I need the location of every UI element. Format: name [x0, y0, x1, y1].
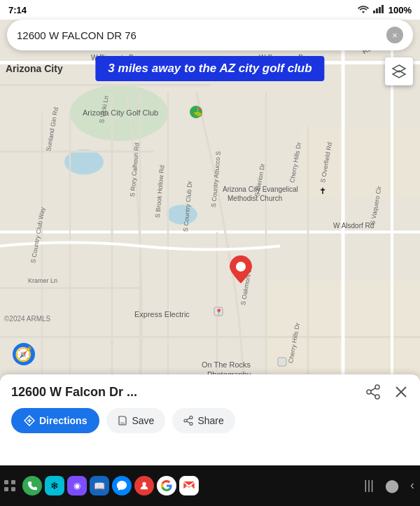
svg-rect-0: [373, 10, 375, 13]
svg-text:🧭: 🧭: [15, 346, 32, 363]
share-label: Share: [197, 415, 223, 426]
status-time: 7:14: [8, 5, 27, 15]
nav-back-icon[interactable]: ‹: [410, 478, 414, 493]
svg-text:⛳: ⛳: [192, 106, 203, 117]
svg-text:W Alsdorf Rd: W Alsdorf Rd: [333, 222, 374, 230]
svg-text:✝: ✝: [319, 186, 326, 195]
copyright: ©2024 ARMLS: [4, 315, 50, 323]
nav-menu-icon[interactable]: |||: [364, 478, 374, 493]
nav-person-icon[interactable]: [134, 476, 154, 496]
map-banner: 3 miles away to the AZ city golf club: [95, 56, 324, 81]
bottom-panel: 12600 W Falcon Dr ... Directions Save Sh…: [0, 374, 420, 465]
place-name: 12600 W Falcon Dr ...: [11, 385, 365, 400]
express-electric-marker: 📍: [214, 307, 223, 319]
church-marker: ✝: [319, 185, 329, 198]
bottom-actions: [365, 384, 409, 400]
svg-line-73: [187, 419, 190, 421]
svg-point-71: [184, 419, 187, 422]
svg-point-70: [190, 416, 192, 419]
share-button[interactable]: Share: [172, 408, 234, 433]
nav-controls: ||| ⬤ ‹: [311, 478, 420, 493]
svg-point-59: [375, 385, 379, 389]
svg-rect-69: [120, 422, 125, 425]
directions-button[interactable]: Directions: [11, 408, 99, 433]
close-icon: ×: [392, 30, 398, 41]
signal-icon: [373, 5, 384, 15]
layers-button[interactable]: [385, 57, 413, 85]
search-text: 12600 W FALCON DR 76: [17, 29, 386, 41]
svg-rect-2: [379, 7, 381, 13]
svg-rect-82: [4, 487, 8, 491]
nav-messenger-icon[interactable]: [112, 476, 132, 496]
nav-home-icon[interactable]: ⬤: [385, 478, 399, 493]
search-bar[interactable]: 12600 W FALCON DR 76 ×: [7, 20, 413, 50]
svg-point-72: [190, 423, 192, 426]
save-button[interactable]: Save: [106, 408, 165, 433]
svg-rect-51: [278, 358, 286, 366]
status-icons: 100%: [358, 5, 412, 15]
svg-rect-83: [11, 487, 15, 491]
svg-rect-1: [376, 8, 378, 13]
svg-point-84: [142, 482, 146, 486]
share-icon-button[interactable]: [365, 384, 381, 400]
user-location-marker: 🧭: [11, 342, 36, 370]
search-close-button[interactable]: ×: [386, 27, 403, 43]
svg-rect-3: [382, 5, 384, 13]
svg-text:Kramer Ln: Kramer Ln: [28, 277, 57, 284]
svg-point-6: [167, 205, 197, 225]
save-label: Save: [132, 415, 154, 426]
bottom-row1: 12600 W Falcon Dr ...: [11, 384, 409, 400]
battery-icon: 100%: [388, 5, 412, 15]
nav-google-icon[interactable]: [157, 476, 176, 496]
golf-club-label: Arizona City Golf Club: [83, 108, 158, 117]
evangelical-church-label1: Arizona City Evangelical: [223, 185, 298, 193]
bottom-buttons: Directions Save Share: [11, 408, 409, 433]
svg-point-60: [367, 390, 371, 394]
on-the-rocks-label1: On The Rocks: [202, 360, 251, 369]
location-pin: [230, 255, 252, 278]
app-icons-strip: ❄ ◉ 📖: [0, 476, 311, 496]
nav-bible-icon[interactable]: 📖: [90, 476, 109, 496]
svg-point-61: [375, 395, 379, 399]
svg-line-74: [187, 421, 190, 423]
nav-grid-icon[interactable]: [0, 476, 20, 496]
golf-club-marker: ⛳: [189, 105, 203, 122]
evangelical-church-label2: Methodist Church: [227, 195, 282, 202]
bottom-nav: ❄ ◉ 📖 ||| ⬤ ‹: [0, 465, 420, 506]
status-bar: 7:14 100%: [0, 0, 420, 20]
close-panel-button[interactable]: [393, 384, 409, 400]
nav-phone-icon[interactable]: [22, 476, 42, 496]
svg-point-52: [236, 262, 246, 272]
map-area[interactable]: REYMERT DR W Pineveta Dr W Swansea Dr Su…: [0, 0, 420, 415]
on-the-rocks-marker: [277, 357, 287, 370]
directions-label: Directions: [39, 415, 87, 426]
nav-circle-icon[interactable]: ◉: [67, 476, 87, 496]
svg-rect-81: [11, 480, 15, 484]
nav-snowflake-icon[interactable]: ❄: [45, 476, 64, 496]
wifi-icon: [358, 5, 369, 15]
svg-rect-80: [4, 480, 8, 484]
svg-text:📍: 📍: [215, 308, 223, 316]
city-label: Arizona City: [6, 63, 63, 74]
express-electric-label: Express Electric: [134, 310, 190, 318]
svg-line-62: [371, 388, 376, 391]
nav-gmail-icon[interactable]: [179, 476, 199, 496]
svg-line-63: [371, 393, 376, 396]
